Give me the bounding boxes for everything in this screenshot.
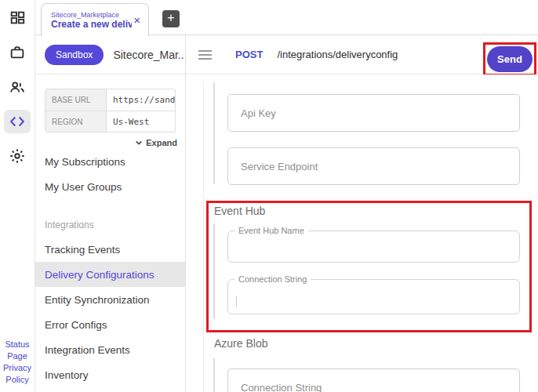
base-url-row: BASE URL https://sandboxa bbox=[45, 89, 175, 111]
privacy-policy-link[interactable]: Privacy Policy bbox=[0, 362, 35, 386]
sidebar-nav: My Subscriptions My User Groups Integrat… bbox=[35, 149, 185, 387]
service-endpoint-field[interactable] bbox=[227, 147, 520, 185]
event-hub-name-label: Event Hub Name bbox=[234, 226, 308, 235]
plus-icon: + bbox=[167, 11, 174, 24]
sidebar-item-entity-synchronization[interactable]: Entity Synchronization bbox=[35, 287, 185, 312]
dashboard-grid-icon[interactable] bbox=[4, 6, 31, 30]
event-hub-name-field[interactable]: Event Hub Name bbox=[227, 226, 520, 263]
connection-meta-table: BASE URL https://sandboxa REGION Us-West bbox=[45, 89, 176, 132]
region-row: REGION Us-West bbox=[45, 111, 175, 132]
sidebar-header: Sandbox Sitecore_Mar... bbox=[35, 35, 185, 74]
event-hub-section-title: Event Hub bbox=[214, 205, 265, 217]
sidebar-item-tracking-events[interactable]: Tracking Events bbox=[35, 237, 185, 262]
code-brackets-icon[interactable] bbox=[4, 110, 31, 133]
base-url-label: BASE URL bbox=[45, 89, 107, 111]
region-value: Us-West bbox=[107, 111, 175, 132]
send-annotation-highlight: Send bbox=[483, 42, 536, 76]
base-url-value: https://sandboxa bbox=[107, 89, 175, 111]
sidebar-item-delivery-configurations[interactable]: Delivery Configurations bbox=[35, 262, 185, 287]
azure-blob-section-title: Azure Blob bbox=[214, 337, 267, 350]
users-icon[interactable] bbox=[4, 75, 31, 99]
status-page-link[interactable]: Status Page bbox=[0, 339, 35, 362]
briefcase-icon[interactable] bbox=[4, 41, 31, 64]
region-label: REGION bbox=[45, 111, 107, 132]
request-bar: POST /integrations/deliveryconfig Send bbox=[186, 35, 538, 74]
app-name: Sitecore_Mar... bbox=[113, 49, 185, 61]
api-key-field[interactable] bbox=[227, 94, 520, 132]
request-form: Event Hub Event Hub Name Connection Stri… bbox=[186, 74, 538, 392]
expand-label: Expand bbox=[146, 138, 177, 147]
sidebar-item-error-configs[interactable]: Error Configs bbox=[35, 312, 185, 337]
http-method: POST bbox=[235, 49, 263, 60]
sidebar-item-my-subscriptions[interactable]: My Subscriptions bbox=[35, 149, 185, 174]
azure-connection-string-field[interactable] bbox=[227, 368, 520, 392]
sidebar-item-inventory[interactable]: Inventory bbox=[35, 362, 185, 387]
group-indent-line bbox=[213, 358, 215, 392]
request-path: /integrations/deliveryconfig bbox=[277, 49, 398, 60]
chevron-down-icon bbox=[135, 139, 143, 147]
connection-string-label: Connection String bbox=[234, 274, 311, 284]
text-cursor bbox=[236, 296, 237, 307]
send-button[interactable]: Send bbox=[487, 46, 533, 72]
active-tab[interactable]: Sitecore_Marketplace Create a new deliv.… bbox=[41, 3, 149, 36]
sidebar-item-integration-events[interactable]: Integration Events bbox=[35, 337, 185, 362]
app-window: Status Page Privacy Policy Sitecore_Mark… bbox=[0, 0, 538, 392]
close-icon[interactable]: × bbox=[132, 14, 142, 26]
group-indent-line bbox=[213, 82, 215, 184]
form-scroll-track bbox=[203, 81, 204, 392]
tab-text: Sitecore_Marketplace Create a new deliv.… bbox=[51, 11, 132, 30]
event-hub-annotation-highlight: Event Hub Event Hub Name Connection Stri… bbox=[206, 201, 532, 332]
tab-app-name: Sitecore_Marketplace bbox=[51, 11, 132, 19]
expand-toggle[interactable]: Expand bbox=[35, 138, 177, 147]
tab-title: Create a new deliv... bbox=[51, 19, 132, 30]
sidebar-item-my-user-groups[interactable]: My User Groups bbox=[35, 174, 185, 199]
new-tab-button[interactable]: + bbox=[162, 10, 180, 27]
sidebar-panel: Sandbox Sitecore_Mar... BASE URL https:/… bbox=[35, 35, 186, 392]
tab-bar: Sitecore_Marketplace Create a new deliv.… bbox=[35, 0, 538, 35]
footer-links: Status Page Privacy Policy bbox=[0, 339, 35, 386]
icon-rail: Status Page Privacy Policy bbox=[0, 0, 35, 392]
sidebar-section-integrations: Integrations bbox=[35, 213, 185, 237]
event-hub-connection-string-field[interactable]: Connection String bbox=[227, 274, 520, 314]
gear-icon[interactable] bbox=[4, 144, 31, 168]
environment-badge[interactable]: Sandbox bbox=[45, 45, 104, 65]
menu-icon[interactable] bbox=[198, 48, 212, 62]
